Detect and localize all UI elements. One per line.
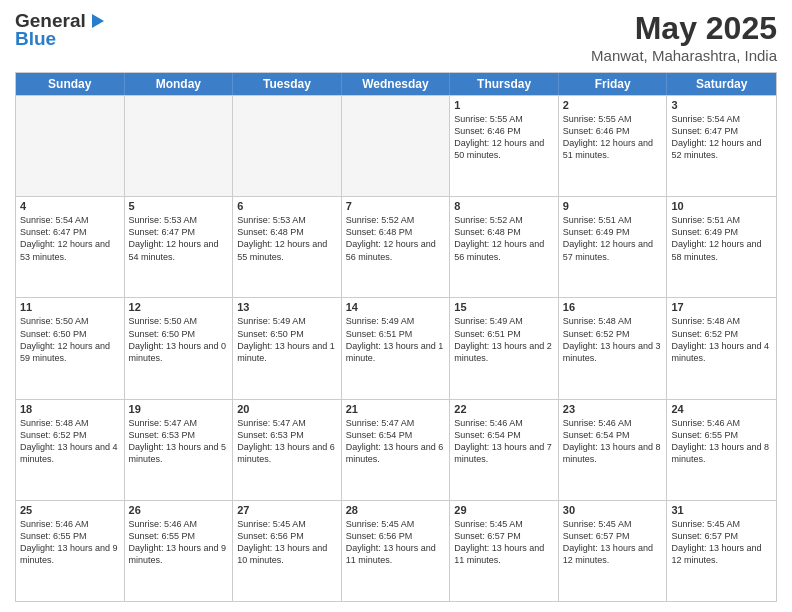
- calendar-cell: 4Sunrise: 5:54 AM Sunset: 6:47 PM Daylig…: [16, 197, 125, 297]
- calendar: Sunday Monday Tuesday Wednesday Thursday…: [15, 72, 777, 602]
- day-number: 23: [563, 403, 663, 415]
- day-number: 11: [20, 301, 120, 313]
- calendar-week-3: 11Sunrise: 5:50 AM Sunset: 6:50 PM Dayli…: [16, 297, 776, 398]
- calendar-cell: 2Sunrise: 5:55 AM Sunset: 6:46 PM Daylig…: [559, 96, 668, 196]
- day-info: Sunrise: 5:45 AM Sunset: 6:56 PM Dayligh…: [237, 518, 337, 567]
- calendar-cell: 24Sunrise: 5:46 AM Sunset: 6:55 PM Dayli…: [667, 400, 776, 500]
- day-info: Sunrise: 5:47 AM Sunset: 6:54 PM Dayligh…: [346, 417, 446, 466]
- day-info: Sunrise: 5:45 AM Sunset: 6:57 PM Dayligh…: [563, 518, 663, 567]
- day-number: 3: [671, 99, 772, 111]
- logo-icon: [88, 12, 106, 30]
- day-info: Sunrise: 5:46 AM Sunset: 6:55 PM Dayligh…: [129, 518, 229, 567]
- calendar-cell: 23Sunrise: 5:46 AM Sunset: 6:54 PM Dayli…: [559, 400, 668, 500]
- calendar-cell: 22Sunrise: 5:46 AM Sunset: 6:54 PM Dayli…: [450, 400, 559, 500]
- header-friday: Friday: [559, 73, 668, 95]
- day-info: Sunrise: 5:49 AM Sunset: 6:51 PM Dayligh…: [346, 315, 446, 364]
- calendar-cell: 13Sunrise: 5:49 AM Sunset: 6:50 PM Dayli…: [233, 298, 342, 398]
- day-number: 13: [237, 301, 337, 313]
- svg-marker-0: [92, 14, 104, 28]
- calendar-cell: 9Sunrise: 5:51 AM Sunset: 6:49 PM Daylig…: [559, 197, 668, 297]
- day-info: Sunrise: 5:47 AM Sunset: 6:53 PM Dayligh…: [237, 417, 337, 466]
- day-number: 15: [454, 301, 554, 313]
- calendar-cell: 31Sunrise: 5:45 AM Sunset: 6:57 PM Dayli…: [667, 501, 776, 601]
- day-number: 7: [346, 200, 446, 212]
- calendar-week-4: 18Sunrise: 5:48 AM Sunset: 6:52 PM Dayli…: [16, 399, 776, 500]
- day-number: 21: [346, 403, 446, 415]
- header-monday: Monday: [125, 73, 234, 95]
- calendar-body: 1Sunrise: 5:55 AM Sunset: 6:46 PM Daylig…: [16, 95, 776, 601]
- calendar-header: Sunday Monday Tuesday Wednesday Thursday…: [16, 73, 776, 95]
- day-info: Sunrise: 5:53 AM Sunset: 6:47 PM Dayligh…: [129, 214, 229, 263]
- day-info: Sunrise: 5:55 AM Sunset: 6:46 PM Dayligh…: [454, 113, 554, 162]
- calendar-cell: 6Sunrise: 5:53 AM Sunset: 6:48 PM Daylig…: [233, 197, 342, 297]
- calendar-cell: [125, 96, 234, 196]
- calendar-cell: 10Sunrise: 5:51 AM Sunset: 6:49 PM Dayli…: [667, 197, 776, 297]
- day-info: Sunrise: 5:48 AM Sunset: 6:52 PM Dayligh…: [20, 417, 120, 466]
- page: General Blue May 2025 Manwat, Maharashtr…: [0, 0, 792, 612]
- day-number: 8: [454, 200, 554, 212]
- day-info: Sunrise: 5:50 AM Sunset: 6:50 PM Dayligh…: [20, 315, 120, 364]
- day-number: 6: [237, 200, 337, 212]
- day-number: 18: [20, 403, 120, 415]
- day-number: 16: [563, 301, 663, 313]
- day-info: Sunrise: 5:46 AM Sunset: 6:54 PM Dayligh…: [454, 417, 554, 466]
- day-info: Sunrise: 5:49 AM Sunset: 6:50 PM Dayligh…: [237, 315, 337, 364]
- calendar-cell: 30Sunrise: 5:45 AM Sunset: 6:57 PM Dayli…: [559, 501, 668, 601]
- day-info: Sunrise: 5:49 AM Sunset: 6:51 PM Dayligh…: [454, 315, 554, 364]
- calendar-cell: 21Sunrise: 5:47 AM Sunset: 6:54 PM Dayli…: [342, 400, 451, 500]
- header-sunday: Sunday: [16, 73, 125, 95]
- day-info: Sunrise: 5:45 AM Sunset: 6:57 PM Dayligh…: [454, 518, 554, 567]
- calendar-cell: [342, 96, 451, 196]
- calendar-cell: 14Sunrise: 5:49 AM Sunset: 6:51 PM Dayli…: [342, 298, 451, 398]
- day-number: 10: [671, 200, 772, 212]
- day-number: 20: [237, 403, 337, 415]
- title-block: May 2025 Manwat, Maharashtra, India: [591, 10, 777, 64]
- title-month-year: May 2025: [591, 10, 777, 47]
- calendar-cell: 12Sunrise: 5:50 AM Sunset: 6:50 PM Dayli…: [125, 298, 234, 398]
- logo: General Blue: [15, 10, 106, 50]
- day-number: 31: [671, 504, 772, 516]
- day-number: 9: [563, 200, 663, 212]
- calendar-cell: 25Sunrise: 5:46 AM Sunset: 6:55 PM Dayli…: [16, 501, 125, 601]
- day-number: 12: [129, 301, 229, 313]
- day-info: Sunrise: 5:46 AM Sunset: 6:55 PM Dayligh…: [20, 518, 120, 567]
- calendar-cell: 27Sunrise: 5:45 AM Sunset: 6:56 PM Dayli…: [233, 501, 342, 601]
- calendar-cell: 1Sunrise: 5:55 AM Sunset: 6:46 PM Daylig…: [450, 96, 559, 196]
- day-number: 30: [563, 504, 663, 516]
- header-thursday: Thursday: [450, 73, 559, 95]
- day-info: Sunrise: 5:46 AM Sunset: 6:54 PM Dayligh…: [563, 417, 663, 466]
- title-location: Manwat, Maharashtra, India: [591, 47, 777, 64]
- day-info: Sunrise: 5:52 AM Sunset: 6:48 PM Dayligh…: [454, 214, 554, 263]
- day-info: Sunrise: 5:51 AM Sunset: 6:49 PM Dayligh…: [563, 214, 663, 263]
- calendar-cell: 29Sunrise: 5:45 AM Sunset: 6:57 PM Dayli…: [450, 501, 559, 601]
- day-info: Sunrise: 5:55 AM Sunset: 6:46 PM Dayligh…: [563, 113, 663, 162]
- day-number: 24: [671, 403, 772, 415]
- day-number: 25: [20, 504, 120, 516]
- day-number: 27: [237, 504, 337, 516]
- calendar-cell: [16, 96, 125, 196]
- calendar-cell: 7Sunrise: 5:52 AM Sunset: 6:48 PM Daylig…: [342, 197, 451, 297]
- calendar-cell: 16Sunrise: 5:48 AM Sunset: 6:52 PM Dayli…: [559, 298, 668, 398]
- calendar-cell: 11Sunrise: 5:50 AM Sunset: 6:50 PM Dayli…: [16, 298, 125, 398]
- day-info: Sunrise: 5:48 AM Sunset: 6:52 PM Dayligh…: [671, 315, 772, 364]
- day-info: Sunrise: 5:48 AM Sunset: 6:52 PM Dayligh…: [563, 315, 663, 364]
- day-info: Sunrise: 5:47 AM Sunset: 6:53 PM Dayligh…: [129, 417, 229, 466]
- calendar-week-2: 4Sunrise: 5:54 AM Sunset: 6:47 PM Daylig…: [16, 196, 776, 297]
- day-number: 14: [346, 301, 446, 313]
- day-number: 1: [454, 99, 554, 111]
- calendar-cell: [233, 96, 342, 196]
- day-number: 22: [454, 403, 554, 415]
- day-number: 19: [129, 403, 229, 415]
- header: General Blue May 2025 Manwat, Maharashtr…: [15, 10, 777, 64]
- calendar-cell: 8Sunrise: 5:52 AM Sunset: 6:48 PM Daylig…: [450, 197, 559, 297]
- day-number: 26: [129, 504, 229, 516]
- day-info: Sunrise: 5:50 AM Sunset: 6:50 PM Dayligh…: [129, 315, 229, 364]
- day-info: Sunrise: 5:46 AM Sunset: 6:55 PM Dayligh…: [671, 417, 772, 466]
- day-info: Sunrise: 5:54 AM Sunset: 6:47 PM Dayligh…: [671, 113, 772, 162]
- calendar-cell: 3Sunrise: 5:54 AM Sunset: 6:47 PM Daylig…: [667, 96, 776, 196]
- calendar-cell: 20Sunrise: 5:47 AM Sunset: 6:53 PM Dayli…: [233, 400, 342, 500]
- day-info: Sunrise: 5:51 AM Sunset: 6:49 PM Dayligh…: [671, 214, 772, 263]
- calendar-cell: 28Sunrise: 5:45 AM Sunset: 6:56 PM Dayli…: [342, 501, 451, 601]
- calendar-cell: 17Sunrise: 5:48 AM Sunset: 6:52 PM Dayli…: [667, 298, 776, 398]
- day-info: Sunrise: 5:52 AM Sunset: 6:48 PM Dayligh…: [346, 214, 446, 263]
